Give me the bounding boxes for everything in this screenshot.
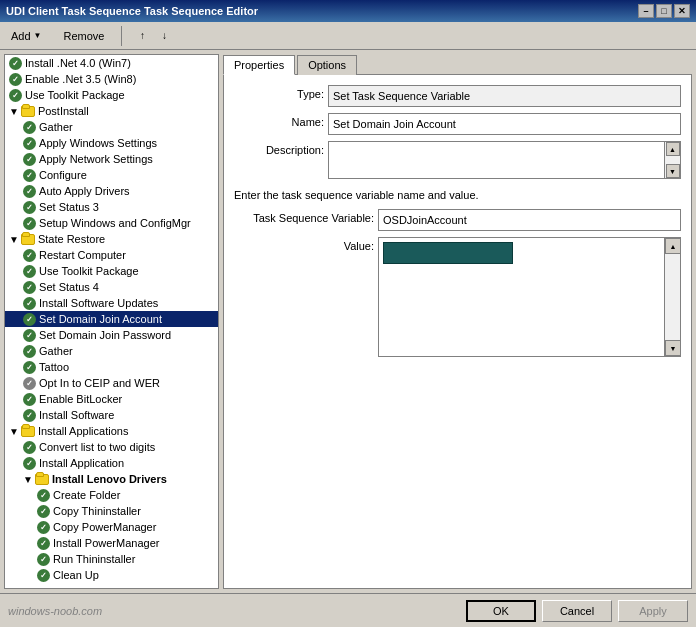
tree-item-gather2[interactable]: Gather xyxy=(5,343,218,359)
tree-item-restart-computer[interactable]: Restart Computer xyxy=(5,247,218,263)
tree-label-set-domain-password: Set Domain Join Password xyxy=(39,329,171,341)
value-label: Value: xyxy=(234,237,374,252)
tree-item-opt-ceip[interactable]: Opt In to CEIP and WER xyxy=(5,375,218,391)
section-text: Enter the task sequence variable name an… xyxy=(234,189,681,201)
value-area: ▲ ▼ xyxy=(378,237,681,357)
tree-label-install-powermanager: Install PowerManager xyxy=(53,537,159,549)
tree-label-run-thininstaller: Run Thininstaller xyxy=(53,553,135,565)
tree-label-apply-windows: Apply Windows Settings xyxy=(39,137,157,149)
tab-content-properties: Type: Name: Description: ▲ ▼ xyxy=(223,74,692,589)
tree-item-install-powermanager[interactable]: Install PowerManager xyxy=(5,535,218,551)
desc-scroll-up[interactable]: ▲ xyxy=(666,142,680,156)
cancel-button[interactable]: Cancel xyxy=(542,600,612,622)
tsvar-label: Task Sequence Variable: xyxy=(234,209,374,224)
tree-item-apply-windows[interactable]: Apply Windows Settings xyxy=(5,135,218,151)
check-icon-enable-net35 xyxy=(9,73,22,86)
minimize-button[interactable]: – xyxy=(638,4,654,18)
tree-label-copy-thininstaller: Copy Thininstaller xyxy=(53,505,141,517)
tree-item-apply-network[interactable]: Apply Network Settings xyxy=(5,151,218,167)
tree-item-auto-drivers[interactable]: Auto Apply Drivers xyxy=(5,183,218,199)
tree-label-install-application: Install Application xyxy=(39,457,124,469)
check-icon-gather1 xyxy=(23,121,36,134)
tree-item-convert-digits[interactable]: Convert list to two digits xyxy=(5,439,218,455)
value-box[interactable]: ▲ ▼ xyxy=(378,237,681,357)
toolbar-icon-group: ↑ ↓ xyxy=(132,26,174,46)
tab-options[interactable]: Options xyxy=(297,55,357,75)
check-icon-apply-windows xyxy=(23,137,36,150)
group-staterestore[interactable]: ▼ State Restore xyxy=(5,231,218,247)
tree-item-setup-windows[interactable]: Setup Windows and ConfigMgr xyxy=(5,215,218,231)
remove-label: Remove xyxy=(64,30,105,42)
tsvar-row: Task Sequence Variable: xyxy=(234,209,681,231)
description-row: Description: ▲ ▼ xyxy=(234,141,681,179)
maximize-button[interactable]: □ xyxy=(656,4,672,18)
check-icon-enable-bitlocker xyxy=(23,393,36,406)
value-row: Value: ▲ ▼ xyxy=(234,237,681,578)
tab-properties[interactable]: Properties xyxy=(223,55,295,75)
value-scroll-up[interactable]: ▲ xyxy=(665,238,681,254)
tree-item-set-domain-account[interactable]: Set Domain Join Account xyxy=(5,311,218,327)
name-label: Name: xyxy=(234,113,324,128)
check-icon-run-thininstaller xyxy=(37,553,50,566)
description-scrollbar: ▲ ▼ xyxy=(664,142,680,178)
tsvar-input[interactable] xyxy=(378,209,681,231)
check-icon-clean-up xyxy=(37,569,50,582)
tree-item-copy-powermanager[interactable]: Copy PowerManager xyxy=(5,519,218,535)
check-icon-install-powermanager xyxy=(37,537,50,550)
tree-label-enable-bitlocker: Enable BitLocker xyxy=(39,393,122,405)
tree-item-gather1[interactable]: Gather xyxy=(5,119,218,135)
move-up-button[interactable]: ↑ xyxy=(132,26,152,46)
expand-postinstall-icon: ▼ xyxy=(9,106,19,117)
tree-item-tattoo[interactable]: Tattoo xyxy=(5,359,218,375)
tree-item-copy-thininstaller[interactable]: Copy Thininstaller xyxy=(5,503,218,519)
tree-label-gather1: Gather xyxy=(39,121,73,133)
tree-label-enable-net35: Enable .Net 3.5 (Win8) xyxy=(25,73,136,85)
expand-lenovo-icon: ▼ xyxy=(23,474,33,485)
toolbar-separator xyxy=(121,26,122,46)
tree-item-create-folder[interactable]: Create Folder xyxy=(5,487,218,503)
tree-item-enable-bitlocker[interactable]: Enable BitLocker xyxy=(5,391,218,407)
remove-button[interactable]: Remove xyxy=(57,27,112,45)
tree-item-use-toolkit2[interactable]: Use Toolkit Package xyxy=(5,263,218,279)
tree-label-set-status3: Set Status 3 xyxy=(39,201,99,213)
add-button[interactable]: Add ▼ xyxy=(4,27,49,45)
apply-button[interactable]: Apply xyxy=(618,600,688,622)
group-lenovo[interactable]: ▼ Install Lenovo Drivers xyxy=(5,471,218,487)
tree-item-use-toolkit1[interactable]: Use Toolkit Package xyxy=(5,87,218,103)
desc-scroll-down[interactable]: ▼ xyxy=(666,164,680,178)
tree-item-enable-net35[interactable]: Enable .Net 3.5 (Win8) xyxy=(5,71,218,87)
close-button[interactable]: ✕ xyxy=(674,4,690,18)
tree-item-install-net4[interactable]: Install .Net 4.0 (Win7) xyxy=(5,55,218,71)
tree-label-install-updates: Install Software Updates xyxy=(39,297,158,309)
tree-item-set-status3[interactable]: Set Status 3 xyxy=(5,199,218,215)
tree-item-set-status4[interactable]: Set Status 4 xyxy=(5,279,218,295)
move-down-button[interactable]: ↓ xyxy=(154,26,174,46)
type-input[interactable] xyxy=(328,85,681,107)
check-icon-auto-drivers xyxy=(23,185,36,198)
description-label: Description: xyxy=(234,141,324,156)
tree-item-install-application[interactable]: Install Application xyxy=(5,455,218,471)
tree-item-run-thininstaller[interactable]: Run Thininstaller xyxy=(5,551,218,567)
tree-item-set-domain-password[interactable]: Set Domain Join Password xyxy=(5,327,218,343)
tab-bar: Properties Options xyxy=(223,54,692,74)
check-icon-use-toolkit1 xyxy=(9,89,22,102)
tree-item-clean-up[interactable]: Clean Up xyxy=(5,567,218,583)
tree-item-install-updates[interactable]: Install Software Updates xyxy=(5,295,218,311)
check-icon-create-folder xyxy=(37,489,50,502)
group-postinstall[interactable]: ▼ PostInstall xyxy=(5,103,218,119)
check-icon-set-status3 xyxy=(23,201,36,214)
tree-item-configure[interactable]: Configure xyxy=(5,167,218,183)
group-label-lenovo: Install Lenovo Drivers xyxy=(52,473,167,485)
task-sequence-tree[interactable]: Install .Net 4.0 (Win7) Enable .Net 3.5 … xyxy=(4,54,219,589)
ok-button[interactable]: OK xyxy=(466,600,536,622)
value-input-highlight xyxy=(383,242,513,264)
group-installapps[interactable]: ▼ Install Applications xyxy=(5,423,218,439)
check-icon-restart-computer xyxy=(23,249,36,262)
name-input[interactable] xyxy=(328,113,681,135)
tree-label-set-status4: Set Status 4 xyxy=(39,281,99,293)
description-input[interactable] xyxy=(329,142,664,178)
value-scroll-down[interactable]: ▼ xyxy=(665,340,681,356)
tree-item-install-software[interactable]: Install Software xyxy=(5,407,218,423)
add-label: Add xyxy=(11,30,31,42)
value-scroll-track xyxy=(665,254,680,340)
